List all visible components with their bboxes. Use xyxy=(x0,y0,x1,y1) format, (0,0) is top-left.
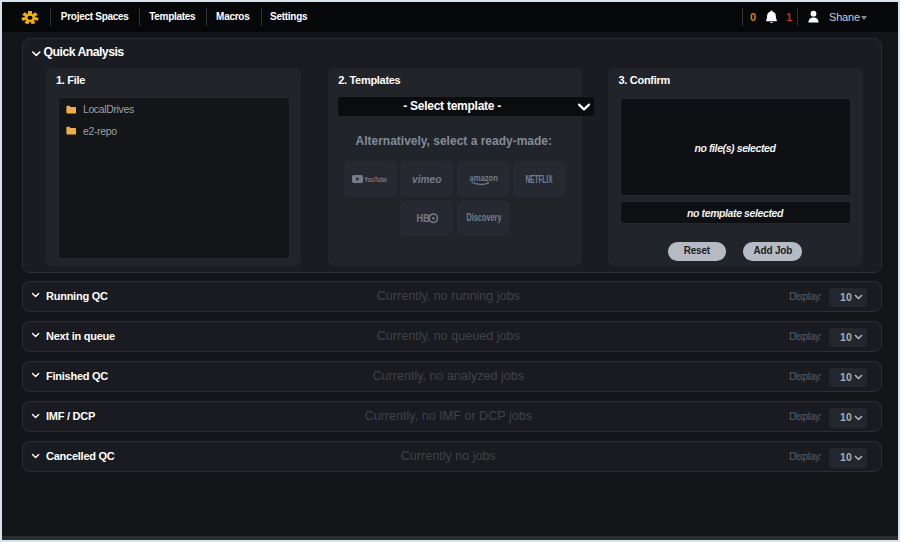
svg-text:amazon: amazon xyxy=(469,172,497,182)
svg-text:NETFLIX: NETFLIX xyxy=(525,174,552,184)
svg-text:HB: HB xyxy=(416,213,429,225)
svg-text:Discovery: Discovery xyxy=(466,213,501,224)
svg-text:YouTube: YouTube xyxy=(364,175,387,182)
svg-text:vimeo: vimeo xyxy=(412,173,442,185)
